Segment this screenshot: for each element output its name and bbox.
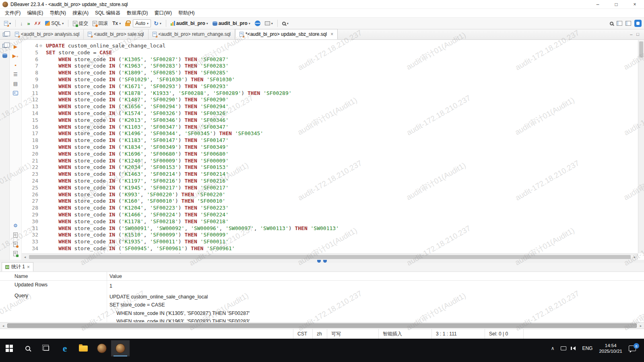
statistics-tab[interactable]: 统计 1 ×: [2, 262, 33, 272]
scroll-right-icon[interactable]: ▸: [632, 255, 638, 259]
database-selector[interactable]: audit_bi_pro ▾: [211, 20, 252, 27]
menu-item[interactable]: 导航(N): [46, 8, 69, 18]
menu-item[interactable]: 帮助(H): [175, 8, 198, 18]
stat-name-cell: Updated Rows: [0, 281, 107, 292]
vertical-scroll-thumb[interactable]: [639, 41, 643, 58]
horizontal-scrollbar[interactable]: ◂ ▸: [22, 253, 638, 260]
scroll-left-icon[interactable]: ◂: [0, 324, 6, 328]
dbeaver-pinned-button[interactable]: [93, 340, 111, 356]
sql-editor[interactable]: 4⊖56789101112131415161718192021222324252…: [22, 40, 644, 260]
rollback-button[interactable]: 回滚: [91, 19, 109, 28]
editor-tab[interactable]: <audit_bi_pro> return_change.sql: [149, 29, 235, 39]
task-view-button[interactable]: [37, 340, 56, 356]
results-horizontal-scrollbar[interactable]: ◂ ▸: [0, 322, 644, 329]
scroll-left-icon[interactable]: ◂: [22, 255, 28, 259]
export-device-dropdown[interactable]: ▾: [263, 21, 275, 26]
edge-browser-button[interactable]: e: [56, 340, 74, 356]
start-button[interactable]: [0, 340, 19, 356]
quick-search-icon[interactable]: [610, 22, 613, 25]
minimize-button[interactable]: –: [588, 0, 607, 8]
tab-label: <audit_bi_pro> sale.sql: [94, 31, 144, 37]
export-file-icon[interactable]: [12, 232, 19, 238]
window-title: DBeaver 22.3.4 - <audit_bi_pro> update_s…: [10, 2, 128, 7]
line-number: 32: [22, 232, 43, 239]
execute-new-tab-icon[interactable]: ▶₊: [12, 53, 19, 59]
new-sql-editor-button[interactable]: ▾: [2, 20, 12, 27]
sash-collapse-icon[interactable]: [317, 260, 321, 263]
table-row[interactable]: QueryUPDATE custom_online_sale_change_lo…: [0, 292, 644, 323]
execute-all-button[interactable]: »: [26, 20, 31, 27]
code-line: WHEN store_code IN ('K1496', 'SF00344', …: [46, 130, 644, 137]
open-console-icon[interactable]: >_: [12, 90, 19, 96]
close-button[interactable]: ×: [625, 0, 644, 8]
line-number: 18: [22, 137, 43, 144]
commit-mode-combo[interactable]: Auto ▾: [133, 19, 151, 27]
tablet-mode-icon[interactable]: [561, 346, 566, 350]
horizontal-scroll-thumb[interactable]: [29, 255, 631, 259]
input-language[interactable]: ENG: [582, 346, 592, 351]
menu-item[interactable]: 编辑(E): [24, 8, 46, 18]
explain-plan-icon[interactable]: ☰: [12, 71, 19, 78]
taskbar-clock[interactable]: 14:54 2025/10/21: [599, 343, 622, 354]
code-line: WHEN store_code IN ('K160', 'SF00010') T…: [46, 198, 644, 205]
perspective-icon-2[interactable]: [625, 21, 631, 26]
sql-mode-dropdown[interactable]: SQL ▾: [43, 20, 65, 27]
vertical-scrollbar[interactable]: [638, 40, 644, 253]
windows-logo-icon: [6, 345, 13, 352]
search-dropdown[interactable]: ▾: [281, 21, 290, 26]
settings-gear-icon[interactable]: ⚙: [12, 222, 19, 229]
restore-panel-icon[interactable]: [3, 33, 8, 37]
restore-view-icon[interactable]: [1, 43, 8, 49]
panel-sash[interactable]: [0, 260, 644, 263]
code-area[interactable]: UPDATE custom_online_sale_change_localSE…: [43, 40, 644, 260]
menu-item[interactable]: 文件(F): [2, 8, 24, 18]
menu-item[interactable]: 窗口(W): [151, 8, 175, 18]
menu-item[interactable]: 数据库(D): [124, 8, 151, 18]
tray-expand-icon[interactable]: ∧: [551, 346, 555, 351]
refresh-dropdown[interactable]: ↻ ▾: [152, 19, 163, 27]
database-navigator-icon[interactable]: [1, 52, 8, 59]
execute-statement-icon[interactable]: ▶: [12, 43, 19, 50]
cancel-queries-button[interactable]: ✗✗: [33, 20, 42, 27]
table-row[interactable]: Updated Rows1: [0, 281, 644, 292]
fetch-button[interactable]: ↓: [19, 20, 25, 27]
editor-tab[interactable]: <audit_bi_pro> analysis.sql: [11, 29, 84, 39]
tab-close-icon[interactable]: ×: [330, 31, 333, 37]
line-number-gutter: 4⊖56789101112131415161718192021222324252…: [22, 40, 43, 260]
perspective-icon-1[interactable]: [617, 21, 622, 26]
execute-script-icon[interactable]: ▪: [12, 62, 19, 68]
results-scroll-thumb[interactable]: [7, 323, 637, 328]
left-view-strip: [0, 40, 10, 260]
separator: [68, 20, 68, 27]
name-column-header[interactable]: Name: [0, 274, 107, 279]
menu-item[interactable]: 搜索(A): [69, 8, 92, 18]
dbeaver-pro-icon[interactable]: [634, 20, 642, 27]
tab-close-icon[interactable]: ×: [27, 264, 30, 270]
menu-item[interactable]: SQL 编辑器: [92, 8, 124, 18]
network-button[interactable]: [253, 20, 262, 27]
scroll-right-icon[interactable]: ▸: [638, 324, 644, 328]
file-explorer-button[interactable]: [74, 340, 93, 356]
query-log-icon[interactable]: ▤: [12, 80, 19, 87]
commit-button[interactable]: 提交: [71, 19, 90, 28]
maximize-button[interactable]: □: [607, 0, 625, 8]
clock-time: 14:54: [599, 343, 622, 348]
maximize-editor-icon[interactable]: □: [636, 32, 639, 37]
line-number: 7: [22, 63, 43, 70]
editor-tab[interactable]: <audit_bi_pro> sale.sql: [84, 29, 148, 39]
minimize-editor-icon[interactable]: –: [630, 32, 632, 37]
taskbar-search-button[interactable]: [19, 340, 37, 356]
export-grid-icon[interactable]: [12, 250, 19, 257]
monitor-icon: [561, 346, 566, 350]
volume-icon[interactable]: [573, 346, 576, 350]
save-report-icon[interactable]: [12, 241, 19, 247]
value-column-header[interactable]: Value: [107, 272, 644, 280]
connection-selector[interactable]: audit_bi_pro ▾: [169, 20, 210, 27]
transaction-mode-dropdown[interactable]: Tx ▾: [111, 20, 122, 27]
readonly-lock-button[interactable]: [124, 20, 132, 27]
editor-tab[interactable]: *<audit_bi_pro> update_sbz_store.sql×: [235, 29, 338, 39]
status-segment: 智能插入: [378, 329, 431, 339]
dbeaver-running-button[interactable]: [111, 340, 130, 356]
sash-expand-icon[interactable]: [323, 260, 327, 263]
notification-center-button[interactable]: 8: [629, 346, 636, 351]
